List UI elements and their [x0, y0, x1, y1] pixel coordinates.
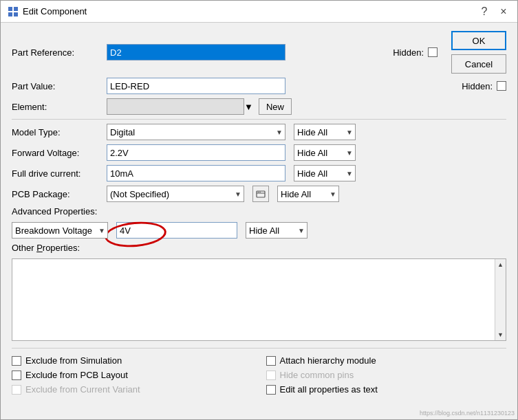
forward-voltage-hide-select[interactable]: Hide All Show All [294, 144, 356, 161]
exclude-pcb-checkbox[interactable] [12, 371, 21, 380]
app-icon [8, 6, 19, 17]
exclude-pcb-row: Exclude from PCB Layout [12, 370, 252, 380]
breakdown-voltage-hide-select[interactable]: Hide All Show All [246, 222, 307, 239]
svg-point-6 [259, 192, 261, 193]
hidden2-label: Hidden: [462, 81, 493, 91]
hide-common-pins-row: Hide common pins [266, 370, 507, 380]
part-reference-label: Part Reference: [12, 47, 101, 58]
exclude-variant-row: Exclude from Current Variant [12, 384, 252, 395]
new-button[interactable]: New [259, 98, 292, 115]
model-type-hide-select[interactable]: Hide All Show All [294, 124, 356, 140]
ok-button[interactable]: OK [451, 31, 506, 50]
pcb-package-browse-button[interactable] [252, 186, 269, 202]
pcb-package-select[interactable]: (Not Specified) [107, 186, 244, 202]
exclude-simulation-checkbox[interactable] [12, 356, 21, 366]
model-type-label: Model Type: [12, 127, 101, 137]
element-select[interactable] [107, 98, 244, 115]
browse-icon [256, 189, 266, 199]
attach-hierarchy-row: Attach hierarchy module [266, 355, 507, 366]
hidden1-checkbox[interactable] [428, 47, 438, 57]
full-drive-current-label: Full drive current: [12, 168, 101, 179]
separator1 [12, 119, 506, 120]
pcb-package-label: PCB Package: [12, 189, 101, 199]
help-button[interactable]: ? [477, 5, 491, 19]
attach-hierarchy-checkbox[interactable] [266, 356, 276, 366]
svg-rect-1 [14, 7, 18, 11]
svg-rect-3 [14, 12, 18, 16]
part-reference-input[interactable] [107, 44, 285, 60]
edit-all-properties-label: Edit all properties as text [280, 384, 378, 395]
exclude-simulation-row: Exclude from Simulation [12, 355, 252, 366]
element-label: Element: [12, 102, 101, 112]
svg-rect-0 [8, 7, 12, 11]
watermark: https://blog.csdn.net/n1131230123 [420, 410, 515, 417]
element-chevron-icon: ▼ [244, 102, 253, 112]
exclude-variant-checkbox[interactable] [12, 385, 21, 395]
part-value-input[interactable] [107, 78, 285, 94]
breakdown-voltage-input[interactable] [116, 222, 237, 239]
attach-hierarchy-label: Attach hierarchy module [280, 355, 376, 366]
forward-voltage-label: Forward Voltage: [12, 148, 101, 158]
svg-point-5 [258, 192, 259, 193]
forward-voltage-input[interactable] [107, 144, 285, 161]
svg-rect-2 [8, 12, 12, 16]
scrollbar[interactable]: ▲ ▼ [495, 259, 506, 340]
scroll-up-button[interactable]: ▲ [495, 259, 506, 270]
scroll-down-button[interactable]: ▼ [495, 329, 506, 340]
cancel-button[interactable]: Cancel [451, 54, 506, 74]
other-properties-area: ▲ ▼ [12, 258, 506, 341]
exclude-pcb-label: Exclude from PCB Layout [25, 370, 128, 380]
part-value-label: Part Value: [12, 81, 101, 91]
dialog-title: Edit Component [23, 6, 87, 16]
close-button[interactable]: × [497, 5, 510, 19]
full-drive-current-hide-select[interactable]: Hide All Show All [294, 165, 356, 181]
hide-common-pins-checkbox[interactable] [266, 371, 276, 380]
advanced-properties-label: Advanced Properties: [12, 206, 97, 217]
edit-all-properties-checkbox[interactable] [266, 385, 276, 395]
exclude-variant-label: Exclude from Current Variant [25, 384, 140, 395]
exclude-simulation-label: Exclude from Simulation [25, 355, 122, 366]
titlebar: Edit Component ? × [1, 1, 517, 23]
hide-common-pins-label: Hide common pins [280, 370, 354, 380]
edit-all-properties-row: Edit all properties as text [266, 384, 507, 395]
titlebar-controls: ? × [477, 5, 510, 19]
hidden1-label: Hidden: [393, 47, 424, 58]
pcb-package-hide-select[interactable]: Hide All Show All [277, 186, 339, 202]
other-properties-label: Other Properties: [12, 243, 80, 253]
model-type-select[interactable]: Digital Analog [107, 124, 285, 140]
breakdown-voltage-select[interactable]: Breakdown Voltage [12, 222, 108, 239]
full-drive-current-input[interactable] [107, 165, 285, 181]
hidden2-checkbox[interactable] [497, 81, 506, 91]
